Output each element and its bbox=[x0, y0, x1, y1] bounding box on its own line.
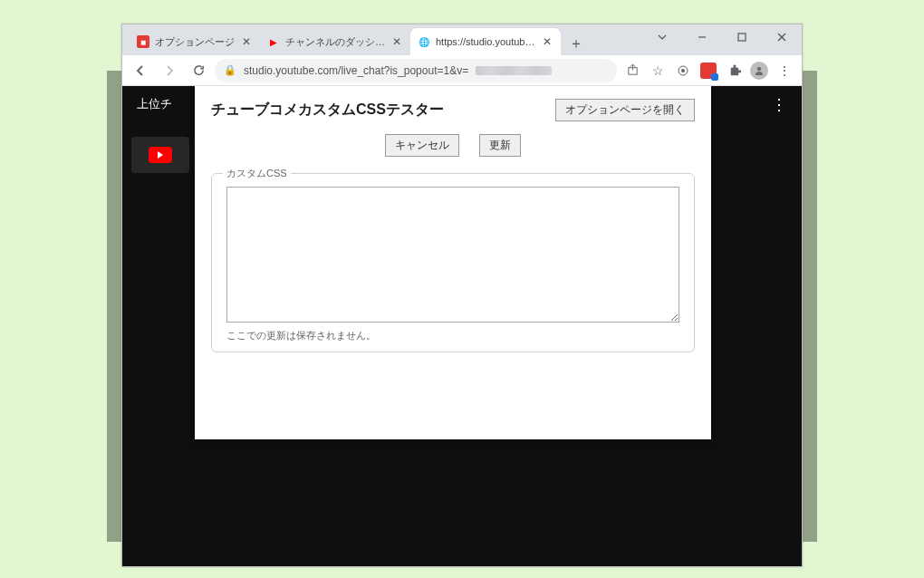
caret-down-icon[interactable] bbox=[642, 24, 682, 50]
back-button[interactable] bbox=[128, 58, 153, 83]
maximize-button[interactable] bbox=[722, 24, 762, 50]
custom-css-textarea[interactable] bbox=[226, 187, 679, 323]
forward-button[interactable] bbox=[157, 58, 182, 83]
svg-rect-1 bbox=[738, 34, 746, 41]
extension-favicon-icon: ■ bbox=[137, 35, 149, 48]
window-controls bbox=[642, 24, 802, 52]
save-notice: ここでの更新は保存されません。 bbox=[226, 329, 679, 342]
popup-header: チューブコメカスタムCSSテスター オプションページを開く bbox=[211, 99, 695, 121]
more-options-icon[interactable]: ⋯ bbox=[770, 97, 790, 111]
svg-point-7 bbox=[757, 66, 761, 70]
tab-strip: ■ オプションページ ✕ ▶ チャンネルのダッシュボード - YouT ✕ 🌐 … bbox=[122, 24, 802, 55]
page-content: 上位チ ⋯ チューブコメカスタムCSSテスター オプションページを開く キャンセ… bbox=[122, 86, 802, 566]
close-tab-icon[interactable]: ✕ bbox=[240, 35, 253, 48]
close-window-button[interactable] bbox=[762, 24, 802, 50]
close-tab-icon[interactable]: ✕ bbox=[541, 35, 553, 48]
url-text: studio.youtube.com/live_chat?is_popout=1… bbox=[244, 64, 468, 77]
url-blurred-segment bbox=[476, 66, 552, 75]
screenshot-shadow-right bbox=[803, 71, 817, 542]
youtube-favicon-icon: ▶ bbox=[267, 35, 280, 48]
css-tester-popup: チューブコメカスタムCSSテスター オプションページを開く キャンセル 更新 カ… bbox=[195, 86, 711, 439]
chrome-menu-icon[interactable]: ⋮ bbox=[773, 59, 796, 82]
svg-point-6 bbox=[681, 69, 685, 72]
tab-title: https://studio.youtube.com/ bbox=[436, 36, 535, 47]
toolbar-right: ☆ ⋮ bbox=[621, 59, 796, 82]
extension-icon-1[interactable] bbox=[671, 59, 695, 82]
close-tab-icon[interactable]: ✕ bbox=[390, 35, 403, 48]
minimize-button[interactable] bbox=[682, 24, 722, 50]
share-icon[interactable] bbox=[621, 59, 644, 82]
address-bar[interactable]: 🔒 studio.youtube.com/live_chat?is_popout… bbox=[215, 59, 617, 82]
screenshot-shadow-left bbox=[107, 71, 121, 542]
lock-icon: 🔒 bbox=[224, 64, 236, 76]
youtube-logo-icon bbox=[149, 147, 172, 163]
tab-options-page[interactable]: ■ オプションページ ✕ bbox=[130, 28, 260, 55]
cancel-button[interactable]: キャンセル bbox=[385, 134, 459, 157]
extension-icon-2[interactable] bbox=[697, 59, 720, 82]
browser-toolbar: 🔒 studio.youtube.com/live_chat?is_popout… bbox=[122, 55, 802, 86]
globe-favicon-icon: 🌐 bbox=[418, 35, 430, 48]
tab-title: チャンネルのダッシュボード - YouT bbox=[285, 35, 385, 49]
youtube-logo-card bbox=[131, 137, 189, 173]
tab-studio-youtube[interactable]: 🌐 https://studio.youtube.com/ ✕ bbox=[410, 28, 561, 55]
header-text: 上位チ bbox=[137, 96, 172, 112]
extensions-puzzle-icon[interactable] bbox=[722, 59, 746, 82]
open-options-button[interactable]: オプションページを開く bbox=[555, 99, 695, 121]
bookmark-star-icon[interactable]: ☆ bbox=[646, 59, 669, 82]
browser-window: ■ オプションページ ✕ ▶ チャンネルのダッシュボード - YouT ✕ 🌐 … bbox=[121, 24, 803, 567]
fieldset-legend: カスタムCSS bbox=[223, 167, 291, 180]
reload-button[interactable] bbox=[186, 58, 211, 83]
new-tab-button[interactable]: ＋ bbox=[564, 32, 588, 55]
popup-title: チューブコメカスタムCSSテスター bbox=[211, 101, 444, 120]
tab-youtube-dashboard[interactable]: ▶ チャンネルのダッシュボード - YouT ✕ bbox=[260, 28, 410, 55]
tab-title: オプションページ bbox=[155, 35, 235, 49]
popup-action-row: キャンセル 更新 bbox=[211, 134, 695, 157]
custom-css-fieldset: カスタムCSS ここでの更新は保存されません。 bbox=[211, 173, 695, 352]
update-button[interactable]: 更新 bbox=[479, 134, 521, 157]
profile-avatar-icon[interactable] bbox=[747, 59, 771, 82]
